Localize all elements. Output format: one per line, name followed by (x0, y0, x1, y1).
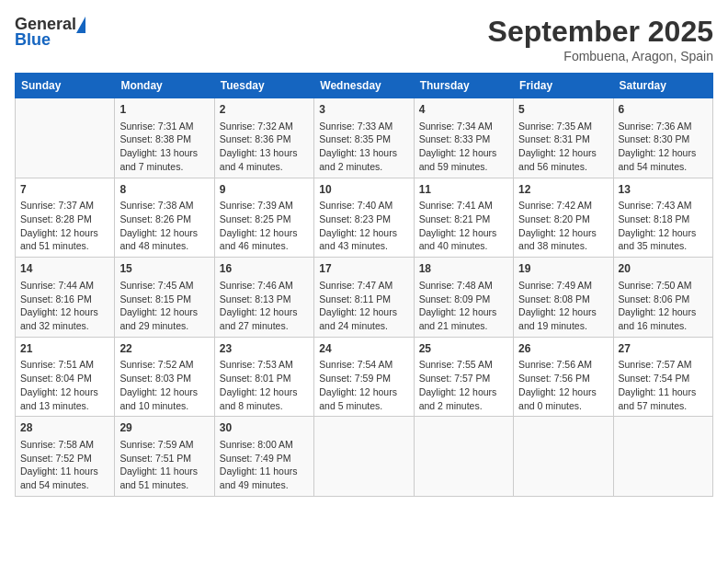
week-row-2: 14Sunrise: 7:44 AM Sunset: 8:16 PM Dayli… (16, 258, 713, 338)
calendar-cell: 30Sunrise: 8:00 AM Sunset: 7:49 PM Dayli… (214, 417, 313, 497)
calendar-cell: 20Sunrise: 7:50 AM Sunset: 8:06 PM Dayli… (613, 258, 712, 338)
week-row-1: 7Sunrise: 7:37 AM Sunset: 8:28 PM Daylig… (16, 178, 713, 258)
calendar-cell (16, 98, 115, 178)
logo-blue: Blue (15, 30, 51, 50)
day-info: Sunrise: 7:35 AM Sunset: 8:31 PM Dayligh… (518, 120, 608, 174)
day-info: Sunrise: 7:59 AM Sunset: 7:51 PM Dayligh… (119, 438, 209, 492)
logo-triangle-icon (76, 17, 85, 33)
title-block: September 2025 Fombuena, Aragon, Spain (488, 15, 713, 63)
header-tuesday: Tuesday (214, 74, 313, 98)
day-number: 22 (119, 341, 209, 357)
day-number: 7 (20, 182, 109, 198)
header-saturday: Saturday (613, 74, 712, 98)
calendar-cell: 16Sunrise: 7:46 AM Sunset: 8:13 PM Dayli… (214, 258, 313, 338)
day-info: Sunrise: 7:55 AM Sunset: 7:57 PM Dayligh… (419, 358, 508, 412)
calendar-cell (314, 417, 414, 497)
calendar-cell: 19Sunrise: 7:49 AM Sunset: 8:08 PM Dayli… (514, 258, 613, 338)
day-number: 27 (619, 341, 708, 357)
header-wednesday: Wednesday (314, 74, 414, 98)
day-number: 13 (619, 182, 708, 198)
calendar-cell: 5Sunrise: 7:35 AM Sunset: 8:31 PM Daylig… (514, 98, 613, 178)
week-row-4: 28Sunrise: 7:58 AM Sunset: 7:52 PM Dayli… (16, 417, 713, 497)
calendar-cell (613, 417, 712, 497)
day-number: 2 (220, 102, 309, 118)
header-thursday: Thursday (414, 74, 513, 98)
calendar-cell: 17Sunrise: 7:47 AM Sunset: 8:11 PM Dayli… (314, 258, 414, 338)
day-info: Sunrise: 7:43 AM Sunset: 8:18 PM Dayligh… (619, 199, 708, 253)
calendar-cell: 4Sunrise: 7:34 AM Sunset: 8:33 PM Daylig… (414, 98, 513, 178)
calendar-cell: 25Sunrise: 7:55 AM Sunset: 7:57 PM Dayli… (414, 337, 513, 417)
day-number: 23 (220, 341, 309, 357)
calendar-cell: 28Sunrise: 7:58 AM Sunset: 7:52 PM Dayli… (16, 417, 115, 497)
day-info: Sunrise: 7:39 AM Sunset: 8:25 PM Dayligh… (220, 199, 309, 253)
calendar-header-row: SundayMondayTuesdayWednesdayThursdayFrid… (16, 74, 713, 98)
day-number: 19 (518, 261, 608, 277)
calendar-cell: 29Sunrise: 7:59 AM Sunset: 7:51 PM Dayli… (115, 417, 214, 497)
week-row-0: 1Sunrise: 7:31 AM Sunset: 8:38 PM Daylig… (16, 98, 713, 178)
day-info: Sunrise: 7:49 AM Sunset: 8:08 PM Dayligh… (518, 279, 608, 333)
day-number: 14 (20, 261, 109, 277)
day-info: Sunrise: 7:54 AM Sunset: 7:59 PM Dayligh… (319, 358, 408, 412)
calendar-cell: 15Sunrise: 7:45 AM Sunset: 8:15 PM Dayli… (115, 258, 214, 338)
day-number: 4 (419, 102, 508, 118)
day-number: 15 (119, 261, 209, 277)
day-number: 26 (518, 341, 608, 357)
day-number: 12 (518, 182, 608, 198)
day-info: Sunrise: 8:00 AM Sunset: 7:49 PM Dayligh… (220, 438, 309, 492)
day-info: Sunrise: 7:36 AM Sunset: 8:30 PM Dayligh… (619, 120, 708, 174)
day-number: 1 (119, 102, 209, 118)
calendar-cell: 13Sunrise: 7:43 AM Sunset: 8:18 PM Dayli… (613, 178, 712, 258)
page-header: General Blue September 2025 Fombuena, Ar… (15, 15, 713, 63)
day-number: 8 (119, 182, 209, 198)
calendar-cell: 3Sunrise: 7:33 AM Sunset: 8:35 PM Daylig… (314, 98, 414, 178)
day-info: Sunrise: 7:38 AM Sunset: 8:26 PM Dayligh… (119, 199, 209, 253)
header-friday: Friday (514, 74, 613, 98)
day-info: Sunrise: 7:52 AM Sunset: 8:03 PM Dayligh… (119, 358, 209, 412)
calendar-cell (514, 417, 613, 497)
calendar-cell: 14Sunrise: 7:44 AM Sunset: 8:16 PM Dayli… (16, 258, 115, 338)
calendar-cell: 7Sunrise: 7:37 AM Sunset: 8:28 PM Daylig… (16, 178, 115, 258)
calendar-cell: 10Sunrise: 7:40 AM Sunset: 8:23 PM Dayli… (314, 178, 414, 258)
day-number: 17 (319, 261, 408, 277)
calendar-cell: 27Sunrise: 7:57 AM Sunset: 7:54 PM Dayli… (613, 337, 712, 417)
day-info: Sunrise: 7:45 AM Sunset: 8:15 PM Dayligh… (119, 279, 209, 333)
day-number: 30 (220, 420, 309, 436)
calendar-cell: 2Sunrise: 7:32 AM Sunset: 8:36 PM Daylig… (214, 98, 313, 178)
calendar-cell: 24Sunrise: 7:54 AM Sunset: 7:59 PM Dayli… (314, 337, 414, 417)
calendar-cell: 23Sunrise: 7:53 AM Sunset: 8:01 PM Dayli… (214, 337, 313, 417)
day-number: 20 (619, 261, 708, 277)
day-number: 25 (419, 341, 508, 357)
day-info: Sunrise: 7:46 AM Sunset: 8:13 PM Dayligh… (220, 279, 309, 333)
day-number: 10 (319, 182, 408, 198)
calendar-table: SundayMondayTuesdayWednesdayThursdayFrid… (15, 73, 713, 497)
header-sunday: Sunday (16, 74, 115, 98)
day-number: 3 (319, 102, 408, 118)
page-subtitle: Fombuena, Aragon, Spain (488, 49, 713, 63)
day-info: Sunrise: 7:56 AM Sunset: 7:56 PM Dayligh… (518, 358, 608, 412)
calendar-cell: 26Sunrise: 7:56 AM Sunset: 7:56 PM Dayli… (514, 337, 613, 417)
day-number: 28 (20, 420, 109, 436)
calendar-cell: 9Sunrise: 7:39 AM Sunset: 8:25 PM Daylig… (214, 178, 313, 258)
calendar-cell: 6Sunrise: 7:36 AM Sunset: 8:30 PM Daylig… (613, 98, 712, 178)
day-info: Sunrise: 7:47 AM Sunset: 8:11 PM Dayligh… (319, 279, 408, 333)
day-info: Sunrise: 7:51 AM Sunset: 8:04 PM Dayligh… (20, 358, 109, 412)
page-title: September 2025 (488, 15, 713, 49)
calendar-cell: 18Sunrise: 7:48 AM Sunset: 8:09 PM Dayli… (414, 258, 513, 338)
day-info: Sunrise: 7:32 AM Sunset: 8:36 PM Dayligh… (220, 120, 309, 174)
calendar-cell: 8Sunrise: 7:38 AM Sunset: 8:26 PM Daylig… (115, 178, 214, 258)
calendar-cell (414, 417, 513, 497)
day-info: Sunrise: 7:41 AM Sunset: 8:21 PM Dayligh… (419, 199, 508, 253)
calendar-cell: 1Sunrise: 7:31 AM Sunset: 8:38 PM Daylig… (115, 98, 214, 178)
day-info: Sunrise: 7:34 AM Sunset: 8:33 PM Dayligh… (419, 120, 508, 174)
day-number: 5 (518, 102, 608, 118)
calendar-cell: 11Sunrise: 7:41 AM Sunset: 8:21 PM Dayli… (414, 178, 513, 258)
calendar-cell: 22Sunrise: 7:52 AM Sunset: 8:03 PM Dayli… (115, 337, 214, 417)
logo: General Blue (15, 15, 85, 50)
day-number: 21 (20, 341, 109, 357)
calendar-cell: 21Sunrise: 7:51 AM Sunset: 8:04 PM Dayli… (16, 337, 115, 417)
day-info: Sunrise: 7:53 AM Sunset: 8:01 PM Dayligh… (220, 358, 309, 412)
day-info: Sunrise: 7:44 AM Sunset: 8:16 PM Dayligh… (20, 279, 109, 333)
day-number: 11 (419, 182, 508, 198)
day-number: 6 (619, 102, 708, 118)
day-number: 18 (419, 261, 508, 277)
